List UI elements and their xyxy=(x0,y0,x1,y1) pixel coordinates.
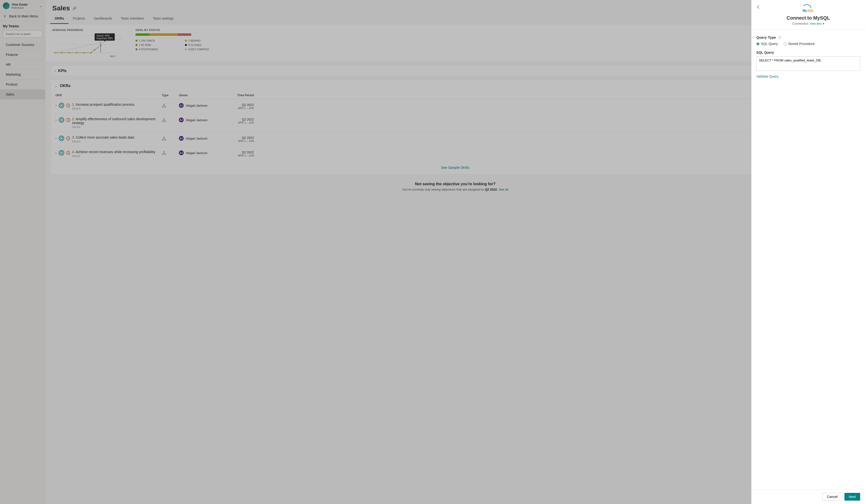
next-button[interactable]: Next xyxy=(844,493,860,501)
sql-query-textarea[interactable] xyxy=(756,56,860,71)
chevron-left-icon xyxy=(756,5,761,9)
mysql-logo-icon: My SQL xyxy=(801,4,815,13)
info-icon[interactable]: i xyxy=(778,36,781,39)
panel-back-button[interactable] xyxy=(756,4,762,11)
svg-text:SQL: SQL xyxy=(807,9,814,12)
radio-sql-input[interactable] xyxy=(756,42,760,46)
modal-overlay[interactable] xyxy=(0,0,865,504)
svg-text:My: My xyxy=(803,9,807,12)
panel-title: Connect to MySQL xyxy=(756,15,860,21)
sql-query-label: SQL Query xyxy=(756,50,860,55)
radio-sql-query[interactable]: SQL Query xyxy=(756,42,778,46)
radio-sp-input[interactable] xyxy=(784,42,787,46)
connection-line: Connection: new test ▾ xyxy=(756,22,860,25)
query-type-label: Query Type xyxy=(756,35,776,39)
connection-dropdown[interactable]: new test ▾ xyxy=(810,22,824,25)
validate-query-link[interactable]: Validate Query xyxy=(756,74,778,78)
mysql-panel: My SQL Connect to MySQL Connection: new … xyxy=(751,0,865,504)
radio-stored-procedure[interactable]: Stored Procedure xyxy=(784,42,815,46)
cancel-button[interactable]: Cancel xyxy=(822,493,842,501)
